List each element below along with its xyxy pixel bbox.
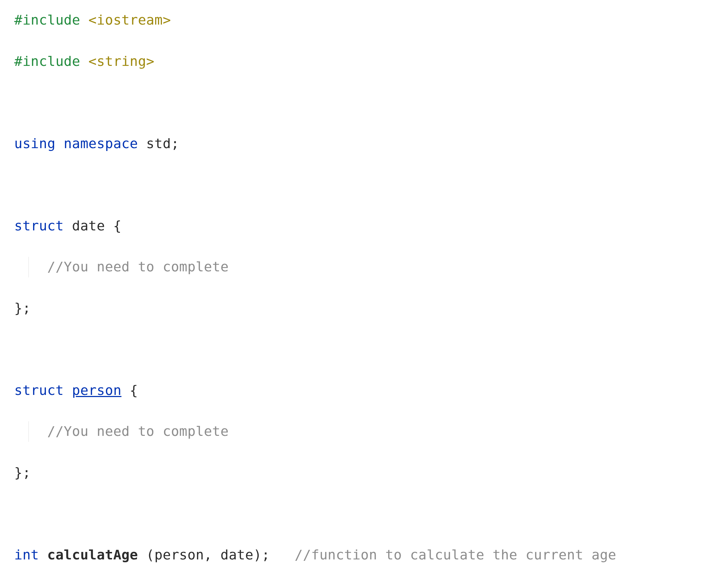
keyword-struct: struct: [14, 218, 72, 234]
code-line-1: #include <iostream>: [14, 10, 714, 31]
code-block: #include <iostream> #include <string> us…: [0, 0, 728, 579]
identifier-std: std: [146, 136, 171, 151]
code-line-6: struct date {: [14, 216, 714, 236]
indent: [14, 423, 47, 439]
type-int: int: [14, 547, 47, 563]
header-name: <string>: [89, 53, 154, 69]
func-calculatAge: calculatAge: [47, 547, 138, 563]
indent: [14, 259, 47, 275]
keyword-struct: struct: [14, 382, 72, 398]
struct-name-date: date: [72, 218, 105, 234]
code-line-9: [14, 339, 714, 360]
brace-open: {: [105, 218, 121, 234]
comment: //function to calculate the current age: [295, 547, 616, 563]
directive: #include: [14, 12, 89, 28]
pad: [270, 547, 295, 563]
code-line-14: int calculatAge (person, date); //functi…: [14, 545, 714, 565]
brace-close: };: [14, 300, 31, 316]
code-line-8: };: [14, 298, 714, 319]
keyword-using: using: [14, 136, 64, 151]
code-line-2: #include <string>: [14, 51, 714, 72]
semicolon: ;: [171, 136, 179, 151]
keyword-namespace: namespace: [64, 136, 146, 151]
code-line-3: [14, 92, 714, 113]
code-line-5: [14, 174, 714, 195]
code-line-11: //You need to complete: [14, 421, 714, 442]
code-line-7: //You need to complete: [14, 257, 714, 277]
brace-close: };: [14, 465, 31, 480]
func-args: (person, date);: [138, 547, 270, 563]
comment: //You need to complete: [47, 423, 229, 439]
header-name: <iostream>: [89, 12, 171, 28]
struct-name-person: person: [72, 382, 121, 398]
brace-open: {: [121, 382, 138, 398]
comment: //You need to complete: [47, 259, 229, 275]
code-line-12: };: [14, 463, 714, 483]
code-line-10: struct person {: [14, 380, 714, 401]
directive: #include: [14, 53, 89, 69]
code-line-13: [14, 504, 714, 524]
code-line-4: using namespace std;: [14, 134, 714, 154]
